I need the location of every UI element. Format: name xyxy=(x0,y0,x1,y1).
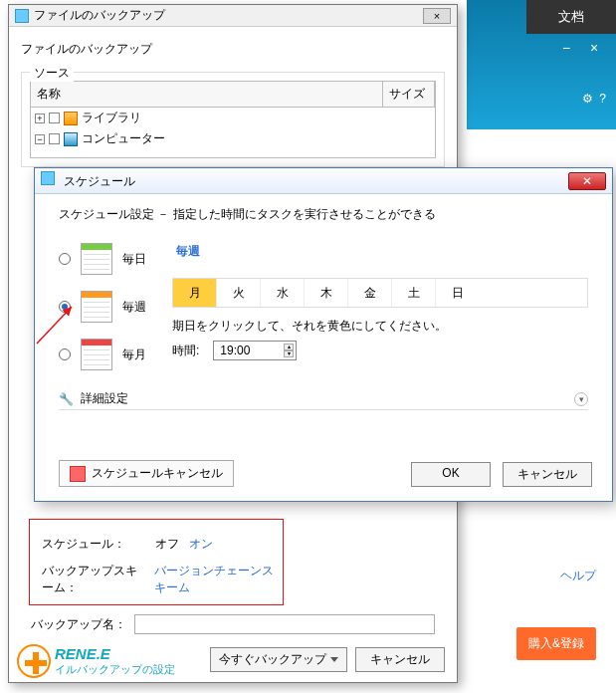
chevron-down-icon xyxy=(330,657,338,662)
wrench-icon: 🔧 xyxy=(59,392,73,406)
freq-weekly[interactable]: 毎週 xyxy=(59,291,146,323)
source-group: ソース 名称 サイズ + ライブラリ − xyxy=(21,72,445,167)
dialog-title: スケジュール xyxy=(64,174,135,188)
time-label: 時間: xyxy=(172,343,199,359)
dialog-icon xyxy=(41,171,55,185)
brand-logo: RENE.E イルバックアップの設定 xyxy=(17,644,175,678)
backup-name-label: バックアップ名： xyxy=(31,616,126,633)
bg-buy-button[interactable]: 購入&登録 xyxy=(516,627,596,660)
gear-icon[interactable]: ⚙ xyxy=(582,92,593,106)
dialog-titlebar: スケジュール ✕ xyxy=(35,168,612,194)
ok-button[interactable]: OK xyxy=(411,462,491,487)
close-button[interactable]: × xyxy=(423,8,451,24)
source-group-label: ソース xyxy=(30,65,74,82)
day-cell[interactable]: 水 xyxy=(261,279,305,307)
titlebar: ファイルのバックアップ × xyxy=(9,5,457,27)
scheme-link[interactable]: バージョンチェーンスキーム xyxy=(154,563,275,596)
tree-node-library[interactable]: + ライブラリ xyxy=(31,108,435,128)
calendar-daily-icon xyxy=(81,243,112,275)
close-icon[interactable]: × xyxy=(590,40,610,60)
advanced-label: 詳細設定 xyxy=(81,390,128,407)
day-hint: 期日をクリックして、それを黄色にしてください。 xyxy=(172,318,588,335)
day-cell[interactable]: 金 xyxy=(348,279,392,307)
freq-label: 毎日 xyxy=(122,251,146,268)
logo-icon xyxy=(17,644,51,678)
time-input[interactable]: 19:00 ▴ ▾ xyxy=(213,341,297,360)
radio[interactable] xyxy=(59,253,71,265)
highlighted-settings: スケジュール： オフ オン バックアップスキーム： バージョンチェーンスキーム xyxy=(29,519,284,605)
page-heading: ファイルのバックアップ xyxy=(21,41,445,58)
bg-tab-docs[interactable]: 文档 xyxy=(526,0,616,34)
day-cell[interactable]: 土 xyxy=(392,279,436,307)
schedule-off: オフ xyxy=(155,536,179,553)
freq-monthly[interactable]: 毎月 xyxy=(59,339,146,370)
bg-window-buttons: − × xyxy=(562,40,610,60)
dialog-cancel-button[interactable]: キャンセル xyxy=(503,462,592,487)
backup-now-label: 今すぐバックアップ xyxy=(219,651,326,668)
dialog-close-button[interactable]: ✕ xyxy=(568,172,606,190)
bg-toolbar: ⚙ ? xyxy=(582,92,606,106)
freq-label: 毎月 xyxy=(122,346,146,363)
tree-node-computer[interactable]: − コンピューター xyxy=(31,128,435,149)
tree-node-label: コンピューター xyxy=(82,130,165,147)
freq-label: 毎週 xyxy=(122,299,146,316)
checkbox[interactable] xyxy=(49,133,60,144)
time-value: 19:00 xyxy=(220,344,250,357)
spin-down-icon[interactable]: ▾ xyxy=(284,350,294,357)
calendar-monthly-icon xyxy=(81,339,112,370)
day-cell[interactable]: 日 xyxy=(436,279,480,307)
minimize-icon[interactable]: − xyxy=(562,40,582,60)
chevron-down-icon[interactable]: ▾ xyxy=(574,392,588,406)
computer-icon xyxy=(64,132,78,146)
library-icon xyxy=(64,112,78,125)
app-icon xyxy=(15,9,29,23)
logo-subtitle: イルバックアップの設定 xyxy=(55,662,175,677)
schedule-dialog: スケジュール ✕ スケジュール設定 － 指定した時間にタスクを実行させることがで… xyxy=(34,167,613,502)
scheme-label: バックアップスキーム： xyxy=(42,563,144,596)
cancel-schedule-label: スケジュールキャンセル xyxy=(92,465,223,482)
window-title: ファイルのバックアップ xyxy=(34,7,165,24)
expand-icon[interactable]: + xyxy=(35,114,45,123)
freq-daily[interactable]: 毎日 xyxy=(59,243,146,275)
schedule-on-link[interactable]: オン xyxy=(189,536,213,553)
bg-filename-png: .png xyxy=(496,681,516,693)
cancel-schedule-button[interactable]: スケジュールキャンセル xyxy=(59,460,234,487)
day-cell[interactable]: 木 xyxy=(305,279,348,307)
logo-text: RENE.E xyxy=(55,645,175,662)
day-cell[interactable]: 火 xyxy=(217,279,261,307)
radio[interactable] xyxy=(59,348,71,360)
backup-now-button[interactable]: 今すぐバックアップ xyxy=(210,647,347,672)
source-table: 名称 サイズ + ライブラリ − コンピューター xyxy=(30,81,436,158)
weekly-heading: 毎週 xyxy=(176,243,588,260)
col-size[interactable]: サイズ xyxy=(383,82,435,108)
calendar-weekly-icon xyxy=(81,291,112,323)
radio-selected[interactable] xyxy=(59,301,71,313)
schedule-label: スケジュール： xyxy=(42,536,125,553)
day-picker: 月火水木金土日 xyxy=(172,278,588,308)
checkbox[interactable] xyxy=(49,113,60,123)
bg-help-link[interactable]: ヘルプ xyxy=(560,568,596,584)
col-name[interactable]: 名称 xyxy=(31,82,383,108)
advanced-settings-row[interactable]: 🔧 詳細設定 ▾ xyxy=(59,390,588,410)
backup-name-input[interactable] xyxy=(134,614,435,634)
spin-up-icon[interactable]: ▴ xyxy=(284,344,294,350)
dialog-subtitle: スケジュール設定 － 指定した時間にタスクを実行させることができる xyxy=(59,206,588,223)
cancel-schedule-icon xyxy=(70,466,86,482)
collapse-icon[interactable]: − xyxy=(35,134,45,144)
time-spinner[interactable]: ▴ ▾ xyxy=(284,344,294,357)
cancel-button[interactable]: キャンセル xyxy=(355,647,445,672)
tree-node-label: ライブラリ xyxy=(82,110,141,126)
frequency-options: 毎日 毎週 毎月 xyxy=(59,243,146,370)
day-cell[interactable]: 月 xyxy=(173,279,217,307)
help-icon[interactable]: ? xyxy=(599,92,606,106)
